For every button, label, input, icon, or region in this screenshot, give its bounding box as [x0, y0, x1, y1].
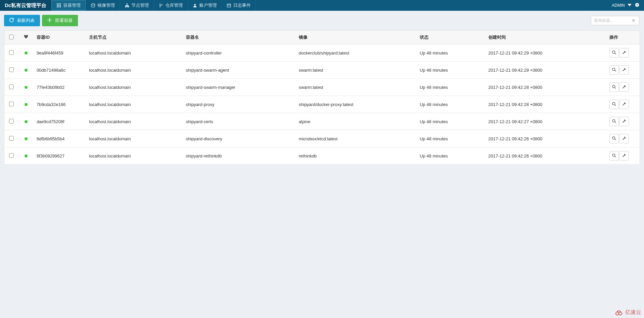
nav-item-label: 镜像管理	[97, 2, 115, 8]
svg-line-37	[615, 156, 616, 157]
svg-rect-1	[58, 3, 59, 4]
config-button[interactable]	[619, 151, 629, 161]
cell-image: rethinkdb	[295, 147, 416, 165]
select-all-checkbox[interactable]	[9, 35, 14, 39]
inspect-button[interactable]	[609, 65, 619, 75]
inspect-button[interactable]	[609, 151, 619, 161]
row-checkbox[interactable]	[9, 67, 14, 72]
table-row: 77fe43b09b02localhost.localdomainshipyar…	[4, 79, 640, 96]
status-dot-icon	[25, 137, 28, 140]
cell-name: shipyard-rethinkdb	[183, 147, 295, 165]
containers-table: 容器ID 主机节点 容器名 镜像 状态 创建时间 操作 9ea9f446f459…	[4, 30, 640, 165]
search-icon	[612, 119, 616, 124]
status-dot-icon	[25, 51, 28, 55]
inspect-button[interactable]	[609, 48, 619, 58]
svg-line-33	[615, 121, 616, 122]
cell-created: 2017-12-21 09:42:26 +0800	[485, 130, 606, 147]
svg-rect-7	[58, 6, 59, 7]
search-clear-icon[interactable]: ✕	[628, 18, 639, 23]
svg-line-27	[615, 70, 616, 71]
svg-rect-3	[57, 5, 58, 6]
config-button[interactable]	[619, 48, 629, 58]
row-checkbox[interactable]	[9, 136, 14, 141]
cell-name: shipyard-swarm-agent	[183, 62, 295, 79]
cell-container-id: 9ea9f446f459	[33, 44, 86, 62]
nav-item-label: 节点管理	[131, 2, 149, 8]
cell-status: Up 48 minutes	[416, 44, 485, 62]
row-checkbox[interactable]	[9, 50, 14, 55]
search-input[interactable]	[591, 16, 628, 25]
cell-image: microbox/etcd:latest	[295, 130, 416, 147]
th-actions: 操作	[606, 31, 640, 44]
help-icon[interactable]: ?	[635, 3, 639, 8]
cell-status: Up 48 minutes	[416, 130, 485, 147]
svg-point-32	[612, 119, 615, 122]
svg-line-25	[615, 53, 616, 54]
svg-rect-18	[227, 4, 231, 7]
svg-line-31	[615, 104, 616, 105]
cell-name: shipyard-controller	[183, 44, 295, 62]
cell-container-id: 6f3b09299627	[33, 147, 86, 165]
svg-point-17	[194, 4, 196, 6]
search-icon	[612, 153, 616, 158]
row-checkbox[interactable]	[9, 84, 14, 89]
cell-image: swarm:latest	[295, 62, 416, 79]
th-container-id: 容器ID	[33, 31, 86, 44]
nav-item-2[interactable]: 节点管理	[120, 0, 154, 11]
status-dot-icon	[25, 103, 28, 106]
cell-created: 2017-12-21 09:42:29 +0800	[485, 62, 606, 79]
svg-line-35	[615, 139, 616, 140]
svg-rect-8	[60, 6, 61, 7]
wrench-icon	[622, 136, 626, 141]
nav-item-0[interactable]: 容器管理	[51, 0, 86, 10]
nav-item-3[interactable]: 仓库管理	[154, 0, 188, 11]
cell-host: localhost.localdomain	[86, 147, 183, 165]
config-button[interactable]	[619, 100, 629, 109]
inspect-button[interactable]	[609, 117, 619, 126]
search-icon	[612, 102, 616, 107]
svg-point-15	[160, 6, 161, 7]
config-button[interactable]	[619, 82, 629, 92]
user-menu[interactable]: ADMIN	[612, 3, 632, 8]
inspect-button[interactable]	[609, 134, 619, 143]
status-dot-icon	[25, 154, 28, 157]
nav-item-5[interactable]: 日志事件	[222, 0, 256, 11]
config-button[interactable]	[619, 65, 629, 75]
inspect-button[interactable]	[609, 82, 619, 92]
th-host-node: 主机节点	[86, 31, 183, 44]
cell-name: shipyard-proxy	[183, 96, 295, 113]
cell-created: 2017-12-21 09:42:29 +0800	[485, 44, 606, 62]
cell-host: localhost.localdomain	[86, 113, 183, 130]
user-icon	[193, 3, 197, 8]
deploy-label: 部署容器	[55, 17, 73, 24]
cell-host: localhost.localdomain	[86, 62, 183, 79]
nav-item-label: 仓库管理	[165, 2, 183, 8]
nav-item-label: 账户管理	[199, 2, 217, 8]
wrench-icon	[622, 153, 626, 158]
search-icon	[612, 68, 616, 73]
brand-title: Dc私有云管理平台	[0, 0, 51, 11]
config-button[interactable]	[619, 134, 629, 143]
cell-created: 2017-12-21 09:42:28 +0800	[485, 96, 606, 113]
nav-item-4[interactable]: 账户管理	[188, 0, 222, 11]
refresh-button[interactable]: 刷新列表	[4, 15, 40, 26]
svg-rect-11	[125, 6, 126, 7]
nav-item-1[interactable]: 镜像管理	[86, 0, 120, 11]
cell-status: Up 48 minutes	[416, 79, 485, 96]
branch-icon	[159, 3, 163, 8]
plus-icon	[47, 18, 52, 23]
deploy-button[interactable]: 部署容器	[42, 15, 78, 26]
cell-host: localhost.localdomain	[86, 79, 183, 96]
svg-rect-12	[127, 6, 128, 7]
search-icon	[612, 136, 616, 141]
search-icon	[612, 50, 616, 56]
cell-container-id: 00db71498a6c	[33, 62, 86, 79]
top-navbar: Dc私有云管理平台 容器管理镜像管理节点管理仓库管理账户管理日志事件 ADMIN…	[0, 0, 644, 11]
cell-container-id: 8dfb6b95b5b4	[33, 130, 86, 147]
inspect-button[interactable]	[609, 100, 619, 109]
cell-host: localhost.localdomain	[86, 130, 183, 147]
row-checkbox[interactable]	[9, 153, 14, 158]
config-button[interactable]	[619, 117, 629, 126]
row-checkbox[interactable]	[9, 102, 14, 106]
row-checkbox[interactable]	[9, 119, 14, 123]
